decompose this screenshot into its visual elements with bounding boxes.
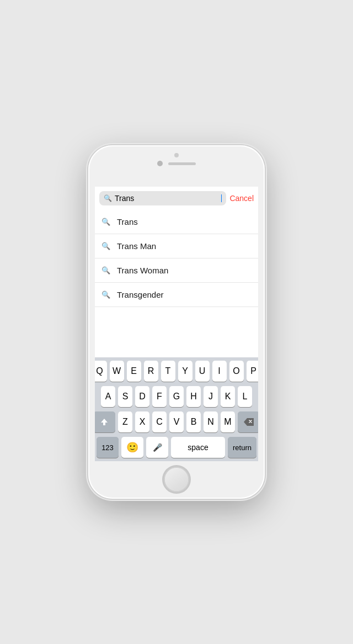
backspace-icon <box>244 418 254 426</box>
emoji-key[interactable]: 🙂 <box>121 437 143 458</box>
home-button[interactable] <box>164 467 189 492</box>
suggestion-text-4: Transgender <box>117 290 164 299</box>
suggestion-text-2: Trans Man <box>117 241 156 251</box>
suggestion-text-1: Trans <box>117 217 138 226</box>
key-w[interactable]: W <box>110 361 124 382</box>
keyboard-row-1: Q W E R T Y U I O P <box>97 361 256 382</box>
key-g[interactable]: G <box>169 386 184 407</box>
key-s[interactable]: S <box>118 386 132 407</box>
front-camera-dot <box>174 153 179 157</box>
key-a[interactable]: A <box>101 386 115 407</box>
suggestion-item-3[interactable]: 🔍 Trans Woman <box>95 258 258 283</box>
key-b[interactable]: B <box>186 411 201 432</box>
key-q[interactable]: Q <box>95 361 107 382</box>
key-d[interactable]: D <box>135 386 149 407</box>
speaker-grille <box>168 162 196 165</box>
key-o[interactable]: O <box>229 361 244 382</box>
key-u[interactable]: U <box>195 361 210 382</box>
suggestion-search-icon-3: 🔍 <box>101 266 110 275</box>
key-l[interactable]: L <box>238 386 252 407</box>
shift-key[interactable] <box>95 411 115 432</box>
search-input[interactable]: Trans <box>115 194 218 203</box>
key-z[interactable]: Z <box>118 411 132 432</box>
space-key[interactable]: space <box>171 437 225 458</box>
key-r[interactable]: R <box>144 361 158 382</box>
search-icon: 🔍 <box>104 194 112 202</box>
key-e[interactable]: E <box>127 361 141 382</box>
backspace-key[interactable] <box>238 411 258 432</box>
key-k[interactable]: K <box>221 386 235 407</box>
keyboard-row-3: Z X C V B N M <box>97 411 256 432</box>
key-p[interactable]: P <box>247 361 259 382</box>
cancel-button[interactable]: Cancel <box>229 194 254 203</box>
key-y[interactable]: Y <box>178 361 192 382</box>
text-cursor <box>221 194 222 202</box>
suggestion-item-4[interactable]: 🔍 Transgender <box>95 283 258 307</box>
key-h[interactable]: H <box>186 386 201 407</box>
key-m[interactable]: M <box>221 411 235 432</box>
phone-screen: 🔍 Trans Cancel 🔍 Trans 🔍 Trans Man 🔍 Tra… <box>95 187 258 461</box>
home-button-inner <box>165 468 188 491</box>
phone-frame: 🔍 Trans Cancel 🔍 Trans 🔍 Trans Man 🔍 Tra… <box>88 145 265 499</box>
key-j[interactable]: J <box>204 386 218 407</box>
key-f[interactable]: F <box>152 386 167 407</box>
key-t[interactable]: T <box>161 361 175 382</box>
suggestion-search-icon-1: 🔍 <box>101 218 110 226</box>
suggestion-item-1[interactable]: 🔍 Trans <box>95 210 258 234</box>
shift-icon <box>100 418 109 426</box>
mic-key[interactable]: 🎤 <box>146 437 168 458</box>
keyboard-bottom-row: 123 🙂 🎤 space return <box>97 437 256 458</box>
suggestion-item-2[interactable]: 🔍 Trans Man <box>95 234 258 258</box>
keyboard-row-2: A S D F G H J K L <box>97 386 256 407</box>
key-i[interactable]: I <box>212 361 227 382</box>
suggestion-search-icon-4: 🔍 <box>101 291 110 299</box>
key-v[interactable]: V <box>169 411 184 432</box>
suggestion-search-icon-2: 🔍 <box>101 242 110 250</box>
return-key[interactable]: return <box>228 437 256 458</box>
key-x[interactable]: X <box>135 411 149 432</box>
search-bar-row: 🔍 Trans Cancel <box>95 187 258 210</box>
suggestions-list: 🔍 Trans 🔍 Trans Man 🔍 Trans Woman 🔍 Tran… <box>95 210 258 357</box>
keyboard: Q W E R T Y U I O P A S D F G H J K <box>95 357 258 461</box>
key-n[interactable]: N <box>204 411 218 432</box>
front-camera <box>157 161 163 166</box>
key-c[interactable]: C <box>152 411 167 432</box>
search-input-wrap[interactable]: 🔍 Trans <box>99 191 226 205</box>
numbers-key[interactable]: 123 <box>97 437 119 458</box>
suggestion-text-3: Trans Woman <box>117 266 168 275</box>
phone-top-bar <box>88 145 265 189</box>
